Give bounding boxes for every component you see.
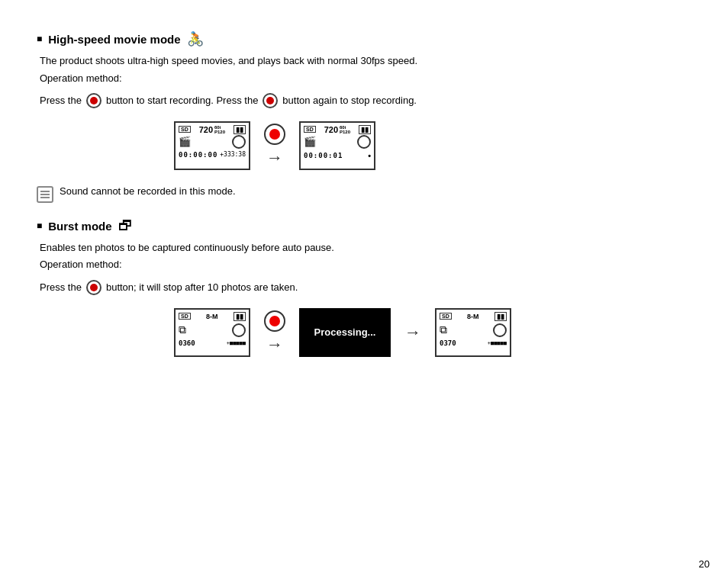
record-button-2 [263,93,278,108]
highspeed-title-text: High-speed movie mode [48,33,180,46]
note-text: Sound cannot be recorded in this mode. [60,185,236,197]
burst-screen2: SD 8-M ▮▮ ⧉ 0370 +■■■■■ [435,308,511,357]
b-s2-battery: ▮▮ [494,312,507,321]
hs-s2-camera: 🎬 [304,136,316,147]
record-button-dot-2 [266,97,274,104]
burst-standalone-btn [264,310,285,332]
b-s2-circle [493,323,507,337]
record-button-1 [86,93,101,108]
note-icon [37,186,53,203]
highspeed-note: Sound cannot be recorded in this mode. [37,185,691,203]
hs-s1-remaining: +333:38 [220,151,246,158]
hs-s1-battery: ▮▮ [234,125,246,134]
hs-s2-dot: • [368,151,371,160]
hs-s2-fps: 60i P120 [340,125,350,134]
processing-text: Processing... [314,326,376,338]
hs-s1-camera: 🎬 [179,136,191,147]
hs-s1-timecode: 00:00:00 [179,151,217,159]
highspeed-end-text: button again to stop recording. [282,93,417,109]
hs-arrow-area: → [264,124,285,168]
burst-arrow2: → [404,323,421,342]
burst-press-text: Press the [40,280,82,296]
burst-icon: 🗗 [118,218,132,234]
hs-s1-circle [232,135,246,149]
hs-s2-quality: SD [304,126,316,133]
page-number: 20 [699,558,710,570]
highspeed-desc1: The product shoots ultra-high speed movi… [40,53,691,69]
b-s1-counter: 0360 [179,339,195,347]
highspeed-press-text: Press the [40,93,82,109]
hs-s1-fps: 60i P120 [214,125,225,134]
burst-record-button-dot [90,284,98,291]
burst-diagram: SD 8-M ▮▮ ⧉ 0360 +■■■■■ → Processing... [174,308,691,357]
processing-box: Processing... [299,308,391,357]
highspeed-instruction: Press the button to start recording. Pre… [40,93,691,109]
hs-s2-res: 720 [324,125,338,134]
hs-s2-battery: ▮▮ [359,125,371,134]
hs-s2-circle [357,135,371,149]
highspeed-mid-text: button to start recording. Press the [106,93,258,109]
b-s1-quality: SD [179,313,191,320]
hs-arrow: → [266,148,283,168]
hs-standalone-btn-dot [269,129,280,140]
b-s1-burst-icon: ⧉ [179,323,186,336]
burst-arrow1: → [266,335,283,355]
highspeed-diagram: SD 720 60i P120 ▮▮ 🎬 00:00:00 +333:38 [174,121,691,170]
burst-title: Burst mode 🗗 [37,218,691,234]
burst-standalone-btn-dot [269,316,280,326]
hs-standalone-btn [264,124,285,145]
hs-s2-timecode: 00:00:01 [304,152,343,159]
burst-instruction: Press the button; it will stop after 10 … [40,280,691,296]
b-s1-size: 8-M [206,313,218,320]
burst-record-button [86,280,101,295]
highspeed-desc2: Operation method: [40,71,691,86]
b-s2-size: 8-M [467,313,479,320]
b-s1-circle [232,323,246,337]
b-s2-burst-icon: ⧉ [440,323,447,336]
b-s1-battery: ▮▮ [234,312,246,321]
highspeed-screen1: SD 720 60i P120 ▮▮ 🎬 00:00:00 +333:38 [174,121,250,170]
hs-s1-quality: SD [179,126,191,133]
burst-screen1: SD 8-M ▮▮ ⧉ 0360 +■■■■■ [174,308,250,357]
highspeed-title: High-speed movie mode 🚴 [37,31,691,47]
burst-desc1: Enables ten photos to be captured contin… [40,240,691,256]
hs-s1-res: 720 [199,125,213,134]
record-button-dot-1 [90,97,98,104]
highspeed-screen2: SD 720 60i P120 ▮▮ 🎬 00:00:01 • [299,121,375,170]
b-s2-quality: SD [440,313,452,320]
burst-arrow-area1: → [264,310,285,355]
burst-title-text: Burst mode [48,220,111,233]
b-s2-remaining: +■■■■■ [488,340,507,346]
b-s1-remaining: +■■■■■ [227,340,246,346]
burst-end-text: button; it will stop after 10 photos are… [106,280,298,296]
highspeed-icon: 🚴 [187,31,204,47]
b-s2-counter: 0370 [440,339,456,347]
burst-desc2: Operation method: [40,257,691,272]
